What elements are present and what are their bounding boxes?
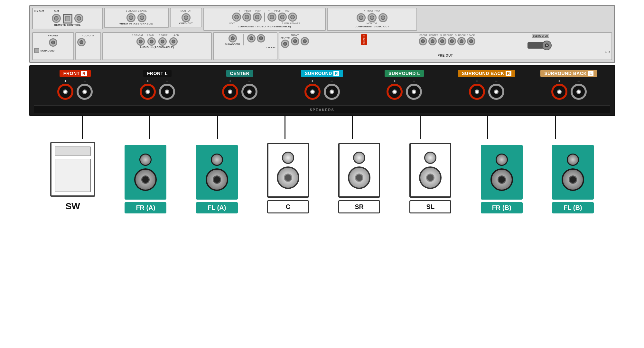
pre-cs-jack-2: [428, 37, 437, 45]
pre-front-group: FRONT CENTER: [281, 34, 309, 53]
remote-jacks: [34, 14, 101, 24]
c-label: C: [267, 200, 309, 213]
fl-b-woofer: [562, 168, 584, 191]
receiver-top-row: IN / OUT OUT REMOTE CONTROL 1 CBL/SAT 2 …: [32, 8, 612, 31]
video-out-title: VIDEO OUT: [172, 22, 200, 24]
surround-r-neg: −: [324, 79, 340, 100]
phono-jacks: [34, 38, 72, 47]
wire-sr: [352, 116, 353, 139]
comp-in-source-labels: 1 DVD 2 MEDIA PLAYER: [205, 22, 324, 24]
front-l-neg-center: [165, 89, 169, 94]
subwoofer-in-wrap: SUBWOOFER: [225, 34, 240, 45]
video-in-title: VIDEO IN (ASSIGNABLE): [106, 22, 167, 25]
surround-back-l-neg-center: [576, 89, 581, 94]
surround-r-neg-knob: [324, 84, 340, 100]
comp-in-dvd: [232, 13, 265, 22]
speakers-row: SW FR (A) FL (A) C: [29, 142, 615, 213]
surround-l-neg: −: [406, 79, 422, 100]
surround-l-plus: +: [393, 79, 396, 83]
front-r-minus: −: [84, 79, 86, 83]
front-r-pos: +: [57, 79, 73, 100]
video-out-jack: [182, 13, 191, 22]
sub-top: [55, 146, 91, 156]
pre-front-center: CENTER: [281, 37, 290, 48]
surround-back-r-terminals: + −: [469, 79, 504, 100]
comp-out-title: COMPONENT VIDEO OUT: [329, 25, 415, 28]
audio-assignable-sub-labels: 1 CBL/SAT 2 DVD 3 GAME 4 CD: [104, 34, 210, 36]
fl-b-tweeter: [567, 154, 579, 166]
ch-71-jacks: [247, 34, 265, 45]
channel-front-r: FRONT R + −: [34, 69, 117, 102]
wire-sw: [82, 116, 83, 139]
surround-l-pos: +: [387, 79, 403, 100]
surround-back-l-pos: +: [551, 79, 567, 100]
speaker-fl-b: FL (B): [552, 145, 594, 213]
surround-back-l-badge: SURROUND BACK L: [540, 70, 597, 77]
sub-body: [55, 159, 91, 192]
channel-front-l: FRONT L + −: [116, 69, 199, 102]
signal-gnd-label: SIGNAL GND: [41, 50, 55, 52]
signal-gnd: SIGNAL GND: [34, 48, 72, 53]
center-pos-knob: [222, 84, 238, 100]
speakers-label-bar: SPEAKERS: [34, 105, 610, 113]
remote-in-jack: [52, 14, 61, 23]
front-r-r-badge: R: [81, 71, 87, 76]
surround-r-pos-knob: [304, 84, 321, 100]
surround-back-r-plus: +: [476, 79, 478, 83]
video-out-section: MONITOR VIDEO OUT: [170, 8, 202, 27]
audio-in-divider: L: [87, 41, 88, 43]
surround-back-l-minus: −: [577, 79, 580, 83]
surround-back-l-neg-knob: [571, 84, 587, 100]
front-r-terminals: + −: [57, 79, 93, 100]
center-badge: CENTER: [226, 70, 254, 77]
center-neg: −: [241, 79, 257, 100]
wire-fr-b: [487, 116, 488, 139]
sl-woofer: [419, 166, 442, 189]
subwoofer-in-label: SUBWOOFER: [225, 43, 240, 45]
surround-r-badge: SURROUND R: [301, 70, 343, 77]
comp-in-y-2: [267, 13, 276, 22]
comp-out-sub-labels: Y Pb/Cb Pr/Cr: [329, 10, 415, 12]
center-neg-center: [247, 89, 252, 94]
surround-l-neg-knob: [406, 84, 422, 100]
fl-b-box: [552, 145, 594, 200]
audio-in-jack-wrap: L: [77, 38, 99, 46]
wire-fr-a: [149, 116, 150, 139]
signal-gnd-terminal: [34, 48, 39, 53]
comp-video-in-section: Y Pb/Cb Pr/Cr Y Pb/Cb Pr/Cr: [203, 8, 326, 31]
71ch-jack-1: [247, 34, 256, 42]
pre-cs-jack-1: [419, 37, 427, 45]
c-box: [267, 143, 309, 198]
svg-point-3: [546, 44, 548, 46]
audio-assign-4: [169, 37, 178, 46]
surround-r-r-badge: R: [333, 71, 339, 76]
audio-in-assignable-section: 1 CBL/SAT 2 DVD 3 GAME 4 CD AUDIO IN (AS…: [102, 32, 212, 60]
speaker-bar: FRONT R + −: [29, 65, 615, 116]
pre-front-r-jack: [291, 37, 299, 45]
surround-l-terminals: + −: [387, 79, 422, 100]
surround-back-r-pos-center: [475, 89, 479, 94]
sr-woofer: [348, 166, 370, 189]
comp-in-sub-labels: Y Pb/Cb Pr/Cr Y Pb/Cb Pr/Cr: [205, 10, 324, 12]
wire-fl-a: [217, 116, 218, 139]
surround-back-l-terminals: + −: [551, 79, 587, 100]
divider: [243, 34, 244, 45]
comp-out-pr: [378, 13, 387, 22]
zone2-label: ZONE2: [361, 34, 367, 45]
surround-back-r-badge: SURROUND BACK R: [458, 70, 515, 77]
surround-r-plus: +: [311, 79, 314, 83]
audio-assign-1: [136, 37, 145, 46]
remote-control-labels: IN / OUT OUT: [34, 10, 101, 13]
video-in-jacks: [106, 13, 167, 22]
center-neg-knob: [241, 84, 257, 100]
comp-in-pr-1: [253, 13, 262, 22]
surround-back-l-badge-l: L: [588, 71, 593, 76]
in-label: IN / OUT: [34, 10, 44, 13]
sr-tweeter: [353, 152, 365, 164]
channel-surround-l: SURROUND L + −: [363, 69, 445, 102]
audio-in-jack-l: [77, 38, 86, 46]
speaker-sl: SL: [409, 143, 451, 213]
fl-a-box: [196, 145, 238, 200]
subwoofer-box: [50, 142, 95, 197]
surround-back-r-minus: −: [495, 79, 498, 83]
